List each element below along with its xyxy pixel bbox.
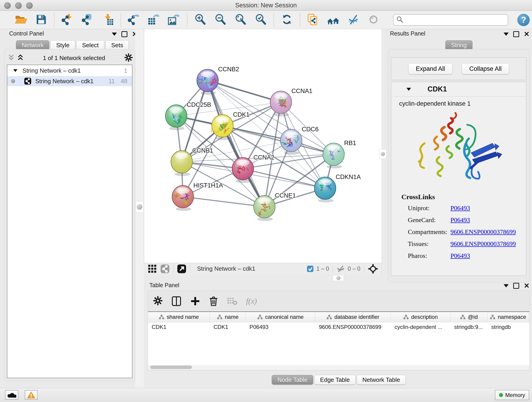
node-CCNA1[interactable] [270,91,292,116]
table-panel-maximize-icon[interactable] [513,283,519,289]
horizontal-splitter-handle[interactable] [333,275,344,281]
crosslink-row: GeneCard: P06493 [391,214,526,226]
share-document-button[interactable] [303,12,323,28]
memory-button[interactable]: Memory [495,390,529,400]
warnings-button[interactable] [25,390,38,400]
column-header-@id[interactable]: @id [450,312,488,322]
results-panel-float-icon[interactable] [504,32,509,36]
zoom-in-button[interactable] [190,12,210,28]
left-splitter[interactable] [135,29,144,388]
node-RB1[interactable] [323,143,344,168]
edge-HIST1H1A-CCNE1[interactable] [183,197,264,207]
collapse-all-button[interactable]: Collapse All [462,63,509,74]
column-header-shared-name[interactable]: shared name [148,312,210,322]
import-table-button[interactable] [98,12,118,28]
search-input[interactable] [405,17,505,23]
right-splitter[interactable] [382,29,385,274]
cloud-button[interactable] [5,390,18,400]
table-panel-close-icon[interactable]: ✕ [524,283,530,288]
crosslink-label: Compartments: [408,228,450,236]
results-panel-close-icon[interactable]: ✕ [524,32,530,36]
tab-sets[interactable]: Sets [105,40,129,50]
table-settings-gear-icon[interactable] [153,296,163,306]
tab-edge-table[interactable]: Edge Table [314,375,355,385]
node-table[interactable]: shared namenamecanonical namedatabase id… [148,312,530,370]
node-CCNB2[interactable] [197,69,218,95]
crosslinks-title: CrossLinks [401,193,526,201]
node-CDC25B[interactable] [165,105,187,130]
zoom-fit-button[interactable] [230,12,251,28]
edge-CCNB2-CCNA1[interactable] [208,80,281,102]
collection-expander-icon[interactable] [13,69,18,73]
zoom-selected-button[interactable] [251,12,271,28]
show-panel-button[interactable] [363,12,384,28]
zoom-out-icon [215,13,226,26]
node-label-CDC6: CDC6 [302,126,319,133]
edge-CCNA2-CDKN1A[interactable] [243,169,325,188]
export-view-icon[interactable] [177,264,186,274]
table-row[interactable]: CDK1CDK1P064939606.ENSP00000378699cyclin… [148,322,530,332]
table-cell: cyclin-dependent ... [391,324,450,330]
node-CCNB1[interactable] [171,151,192,176]
search-field[interactable] [393,14,508,26]
import-database-button[interactable] [77,12,98,28]
add-column-icon[interactable] [190,296,200,306]
pan-mode-icon[interactable] [368,264,378,274]
node-HIST1H1A[interactable] [172,185,194,211]
crosslink-value[interactable]: P06493 [450,204,470,212]
crosslink-value[interactable]: P06493 [450,252,470,259]
tab-select[interactable]: Select [76,40,104,50]
save-session-button[interactable] [31,12,51,28]
apply-layout-button[interactable] [277,12,297,28]
grid-view-icon[interactable] [148,264,157,273]
expand-all-networks-icon[interactable] [17,54,24,62]
table-panel-float-icon[interactable] [504,284,509,287]
node-details-expander-icon[interactable] [406,87,412,91]
splitter-handle[interactable] [379,149,386,159]
control-panel-maximize-icon[interactable] [121,31,127,37]
table-h-scrollbar[interactable] [148,365,530,370]
tab-node-table[interactable]: Node Table [272,375,313,385]
selected-checkbox[interactable] [307,265,314,272]
crosslink-value[interactable]: 9606.ENSP00000378699 [450,228,516,236]
zoom-out-button[interactable] [210,12,230,28]
show-columns-icon[interactable] [171,296,181,306]
column-type-icon [403,314,409,320]
toolbar-separator [273,13,274,27]
results-panel-maximize-icon[interactable] [513,31,519,37]
import-network-button[interactable] [57,12,77,28]
crosslink-value[interactable]: P06493 [450,216,470,224]
crosslink-value[interactable]: 9606.ENSP00000378699 [450,240,516,248]
control-panel-float-icon[interactable] [112,32,117,36]
network-row-selected[interactable]: String Network – cdk1 11 48 [7,76,132,86]
help-button[interactable]: ? [517,14,530,26]
export-network-button[interactable] [124,12,144,28]
column-header-name[interactable]: name [210,312,246,322]
column-header-namespace[interactable]: namespace [488,312,529,322]
birdseye-view-icon[interactable] [160,264,170,274]
expand-all-button[interactable]: Expand All [408,63,453,74]
node-CDKN1A[interactable] [314,177,336,202]
collapse-all-networks-icon[interactable] [8,54,15,62]
tab-network-table[interactable]: Network Table [357,375,406,385]
export-table-button[interactable] [144,12,164,28]
tab-string[interactable]: String [445,40,472,50]
tab-network[interactable]: Network [16,40,49,50]
column-header-description[interactable]: description [391,312,450,322]
selected-count: 1 – 0 [317,265,329,272]
network-canvas[interactable]: CCNB2CCNA1CDC25BCDK1CDC6RB1CCNB1CCNA2CDK… [144,29,382,263]
tab-style[interactable]: Style [51,40,75,50]
delete-column-icon[interactable] [209,296,218,306]
string-home-button[interactable] [323,12,343,28]
hide-panel-button[interactable] [343,12,363,28]
column-header-canonical-name[interactable]: canonical name [246,312,315,322]
scrollbar-thumb[interactable] [150,366,192,369]
column-header-database-identifier[interactable]: database identifier [315,312,391,322]
network-collection-row[interactable]: String Network – cdk1 1 [7,65,132,76]
network-options-gear-icon[interactable] [124,53,133,63]
splitter-handle[interactable] [135,201,144,212]
open-file-button[interactable] [11,12,31,28]
node-label-CCNE1: CCNE1 [275,192,296,199]
node-CCNE1[interactable] [254,196,275,221]
export-image-button[interactable] [164,12,184,28]
